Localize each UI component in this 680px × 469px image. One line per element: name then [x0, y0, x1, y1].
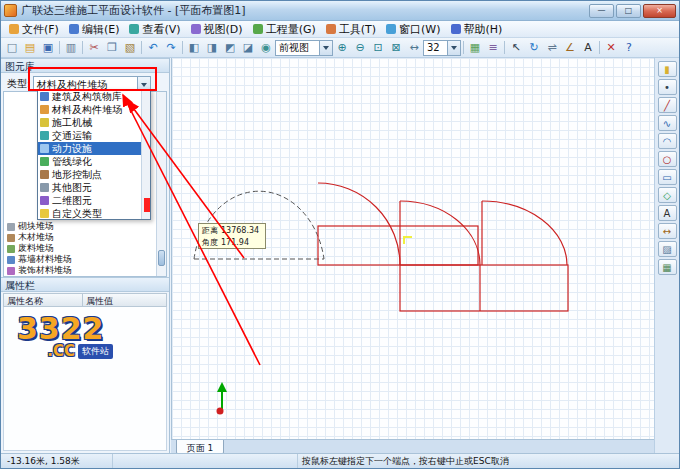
dropdown-scrollbar[interactable] [141, 90, 150, 219]
quantity-menu-icon [253, 24, 263, 34]
dropdown-item-label: 二维图元 [52, 194, 92, 207]
dimension-tool-icon[interactable]: ↔ [658, 223, 677, 239]
menu-window-label: 窗口(W) [399, 22, 440, 37]
point-tool-icon[interactable]: • [658, 79, 677, 95]
new-document-icon[interactable]: □ [3, 39, 21, 56]
menu-viewport[interactable]: 视图(D) [186, 21, 248, 38]
list-item[interactable]: 砌块堆场 [5, 221, 155, 232]
menu-view-label: 查看(V) [142, 22, 180, 37]
zoom-in-icon[interactable]: ⊕ [333, 39, 351, 56]
dropdown-item-label: 其他图元 [52, 181, 92, 194]
grid-icon[interactable]: ▦ [466, 39, 484, 56]
menu-edit[interactable]: 编辑(E) [64, 21, 125, 38]
redo-icon[interactable]: ↷ [162, 39, 180, 56]
view-direction-combobox[interactable]: 前视图 [275, 40, 333, 56]
distance-label: 距离 [202, 226, 218, 235]
zoom-out-icon[interactable]: ⊖ [351, 39, 369, 56]
watermark-badge: 软件站 [78, 344, 113, 359]
dropdown-item-transport[interactable]: 交通运输 [38, 129, 150, 142]
distance-value: 13768.34 [221, 226, 259, 235]
dropdown-item-pipeline-green[interactable]: 管线绿化 [38, 155, 150, 168]
lock-icon[interactable]: ▮ [658, 61, 677, 77]
list-item[interactable]: 幕墙材料堆场 [5, 254, 155, 265]
help-menu-icon [451, 24, 461, 34]
minimize-button[interactable]: — [589, 4, 614, 18]
dropdown-item-2d[interactable]: 二维图元 [38, 194, 150, 207]
dropdown-item-label: 材料及构件堆场 [52, 103, 122, 116]
menu-window[interactable]: 窗口(W) [381, 21, 445, 38]
undo-icon[interactable]: ↶ [144, 39, 162, 56]
back-view-icon[interactable]: ◨ [203, 39, 221, 56]
toolbar-separator [182, 41, 183, 54]
select-arrow-icon[interactable]: ↖ [507, 39, 525, 56]
statusbar-hint: 按鼠标左键指定下一个端点，按右键中止或ESC取消 [298, 454, 679, 468]
toolbar-separator [504, 41, 505, 54]
list-scrollbar[interactable] [156, 92, 166, 276]
close-button[interactable]: × [643, 4, 676, 18]
pan-icon[interactable]: ↔ [405, 39, 423, 56]
paste-icon[interactable]: ▧ [121, 39, 139, 56]
dropdown-item-terrain[interactable]: 地形控制点 [38, 168, 150, 181]
orbit-icon[interactable]: ◉ [257, 39, 275, 56]
menu-file-label: 文件(F) [22, 22, 59, 37]
copy-icon[interactable]: ❐ [103, 39, 121, 56]
print-icon[interactable]: ▥ [62, 39, 80, 56]
right-toolbar: ▮ • ╱ ∿ ◠ ○ ▭ ◇ A ↔ ▨ ▦ [654, 58, 679, 453]
distance-angle-tooltip: 距离13768.34 角度171.94 [198, 223, 266, 249]
mirror-icon[interactable]: ⇌ [543, 39, 561, 56]
erase-icon[interactable]: ✕ [602, 39, 620, 56]
dropdown-item-buildings[interactable]: 建筑及构筑物库 [38, 90, 150, 103]
arc-tool-icon[interactable]: ◠ [658, 133, 677, 149]
menu-file[interactable]: 文件(F) [4, 21, 64, 38]
prop-name-header: 属性名称 [3, 293, 83, 307]
window-controls: — □ × [589, 4, 676, 18]
edit-menu-icon [69, 24, 79, 34]
chevron-down-icon[interactable] [447, 41, 460, 55]
dropdown-item-other[interactable]: 其他图元 [38, 181, 150, 194]
list-item[interactable]: 装饰材料堆场 [5, 265, 155, 276]
scale-combobox[interactable]: 32 [423, 40, 461, 56]
cut-icon[interactable]: ✂ [85, 39, 103, 56]
text-tool-icon[interactable]: A [579, 39, 597, 56]
file-menu-icon [9, 24, 19, 34]
line-tool-icon[interactable]: ╱ [658, 97, 677, 113]
menu-quantity-label: 工程量(G) [266, 22, 316, 37]
iso-view-icon[interactable]: ◪ [239, 39, 257, 56]
dropdown-item-label: 建筑及构筑物库 [52, 90, 122, 103]
help-icon[interactable]: ? [620, 39, 638, 56]
list-item[interactable]: 废料堆场 [5, 243, 155, 254]
chevron-down-icon[interactable] [319, 41, 332, 55]
list-item[interactable]: 木材堆场 [5, 232, 155, 243]
dropdown-item-power[interactable]: 动力设施 [38, 142, 150, 155]
list-scrollbar-thumb[interactable] [158, 250, 165, 266]
dropdown-item-material-yard[interactable]: 材料及构件堆场 [38, 103, 150, 116]
zoom-window-icon[interactable]: ⊡ [369, 39, 387, 56]
front-view-icon[interactable]: ◧ [185, 39, 203, 56]
open-file-icon[interactable]: ▤ [21, 39, 39, 56]
menu-view[interactable]: 查看(V) [124, 21, 185, 38]
image-tool-icon[interactable]: ▨ [658, 241, 677, 257]
menu-help[interactable]: 帮助(H) [446, 21, 508, 38]
layers-icon[interactable]: ≡ [484, 39, 502, 56]
decoration-yard-icon [7, 267, 15, 275]
circle-tool-icon[interactable]: ○ [658, 151, 677, 167]
table-tool-icon[interactable]: ▦ [658, 259, 677, 275]
polyline-tool-icon[interactable]: ∿ [658, 115, 677, 131]
properties-table-header: 属性名称 属性值 [3, 293, 167, 307]
text-tool-icon[interactable]: A [658, 205, 677, 221]
save-icon[interactable]: ▣ [39, 39, 57, 56]
toolbar-separator [463, 41, 464, 54]
drawing-canvas[interactable]: 距离13768.34 角度171.94 [171, 58, 656, 439]
dropdown-item-machinery[interactable]: 施工机械 [38, 116, 150, 129]
dropdown-item-custom[interactable]: 自定义类型 [38, 207, 150, 220]
menubar: 文件(F) 编辑(E) 查看(V) 视图(D) 工程量(G) 工具(T) 窗口(… [1, 21, 679, 38]
maximize-button[interactable]: □ [616, 4, 641, 18]
rotate-icon[interactable]: ↻ [525, 39, 543, 56]
polygon-tool-icon[interactable]: ◇ [658, 187, 677, 203]
left-view-icon[interactable]: ◩ [221, 39, 239, 56]
zoom-extents-icon[interactable]: ⊠ [387, 39, 405, 56]
menu-tools[interactable]: 工具(T) [321, 21, 381, 38]
menu-quantity[interactable]: 工程量(G) [248, 21, 321, 38]
measure-icon[interactable]: ∠ [561, 39, 579, 56]
rectangle-tool-icon[interactable]: ▭ [658, 169, 677, 185]
